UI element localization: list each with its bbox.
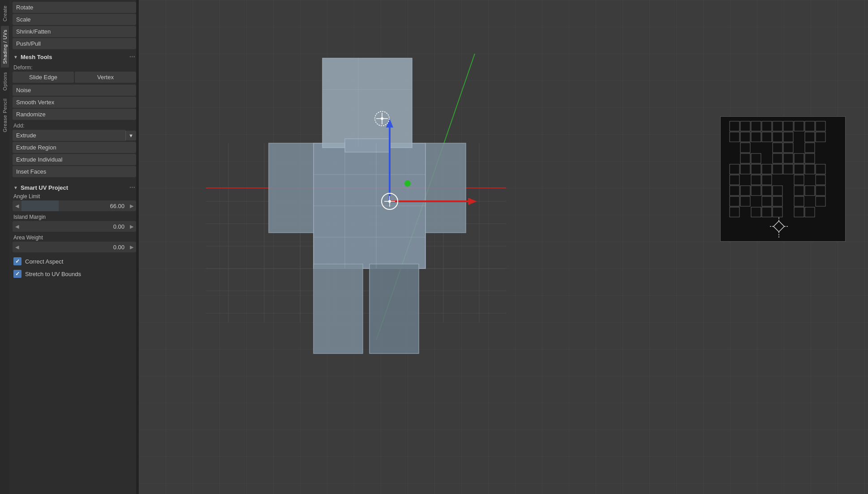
angle-limit-decrease[interactable]: ◀ — [13, 200, 21, 211]
angle-limit-increase[interactable]: ▶ — [127, 200, 136, 211]
svg-rect-90 — [794, 186, 804, 196]
extrude-button[interactable]: Extrude — [13, 130, 125, 141]
svg-rect-55 — [751, 132, 761, 142]
island-margin-field: Island Margin ◀ 0.00 ▶ — [13, 214, 136, 232]
svg-rect-51 — [805, 121, 815, 131]
area-weight-decrease[interactable]: ◀ — [13, 242, 21, 252]
tab-strip: Create Shading / UVs Options Grease Penc… — [0, 0, 10, 494]
smart-uv-header[interactable]: ▼ Smart UV Project ··· — [13, 181, 136, 193]
svg-rect-54 — [740, 132, 750, 142]
extrude-region-button[interactable]: Extrude Region — [13, 142, 136, 153]
mesh-tools-title: Mesh Tools — [21, 54, 52, 60]
angle-limit-label: Angle Limit — [13, 193, 136, 200]
stretch-to-uv-check-icon: ✓ — [15, 271, 20, 277]
svg-rect-75 — [773, 164, 782, 174]
svg-rect-23 — [370, 264, 419, 353]
area-weight-label: Area Weight — [13, 234, 136, 241]
svg-rect-61 — [740, 143, 750, 153]
svg-rect-79 — [816, 164, 825, 174]
island-margin-value: 0.00 — [21, 223, 127, 230]
svg-marker-34 — [468, 198, 477, 205]
svg-rect-77 — [794, 164, 804, 174]
svg-rect-65 — [740, 153, 750, 163]
svg-rect-78 — [805, 164, 815, 174]
svg-point-43 — [381, 117, 383, 120]
stretch-to-uv-row[interactable]: ✓ Stretch to UV Bounds — [13, 268, 136, 280]
tab-create[interactable]: Create — [1, 2, 9, 25]
svg-rect-48 — [773, 121, 782, 131]
svg-rect-46 — [751, 121, 761, 131]
stretch-to-uv-checkbox[interactable]: ✓ — [13, 270, 21, 278]
svg-rect-81 — [751, 175, 761, 185]
svg-rect-97 — [794, 196, 804, 206]
svg-rect-94 — [740, 196, 750, 206]
svg-rect-19 — [345, 139, 390, 152]
island-margin-label: Island Margin — [13, 214, 136, 220]
svg-rect-49 — [783, 121, 793, 131]
svg-rect-74 — [762, 164, 772, 174]
randomize-button[interactable]: Randomize — [13, 109, 136, 120]
scale-button[interactable]: Scale — [13, 14, 136, 25]
panel-content: Rotate Scale Shrink/Fatten Push/Pull ▼ M… — [10, 0, 139, 494]
noise-button[interactable]: Noise — [13, 85, 136, 96]
correct-aspect-checkbox[interactable]: ✓ — [13, 257, 21, 265]
svg-rect-66 — [751, 153, 761, 163]
svg-marker-105 — [773, 221, 784, 232]
area-weight-value: 0.00 — [21, 244, 127, 251]
svg-rect-104 — [805, 207, 815, 217]
svg-rect-62 — [773, 143, 782, 153]
svg-rect-45 — [740, 121, 750, 131]
smart-uv-dots: ··· — [129, 183, 135, 192]
svg-point-35 — [404, 180, 411, 187]
mesh-tools-header[interactable]: ▼ Mesh Tools ··· — [13, 50, 136, 63]
svg-rect-101 — [762, 207, 772, 217]
shrink-fatten-button[interactable]: Shrink/Fatten — [13, 26, 136, 37]
svg-rect-21 — [425, 143, 466, 233]
angle-limit-field: Angle Limit ◀ 66.00 ▶ — [13, 193, 136, 211]
svg-rect-60 — [816, 132, 825, 142]
svg-rect-20 — [269, 143, 314, 233]
island-margin-increase[interactable]: ▶ — [127, 221, 136, 232]
push-pull-button[interactable]: Push/Pull — [13, 38, 136, 49]
uv-editor-thumbnail — [720, 116, 846, 242]
svg-rect-68 — [783, 153, 793, 163]
rotate-button[interactable]: Rotate — [13, 2, 136, 13]
tab-shading-uvs[interactable]: Shading / UVs — [1, 26, 9, 68]
angle-limit-slider[interactable]: ◀ 66.00 ▶ — [13, 200, 136, 211]
correct-aspect-row[interactable]: ✓ Correct Aspect — [13, 255, 136, 268]
extrude-dropdown-arrow[interactable]: ▼ — [125, 131, 136, 141]
area-weight-slider[interactable]: ◀ 0.00 ▶ — [13, 242, 136, 252]
svg-rect-64 — [805, 143, 815, 153]
svg-rect-47 — [762, 121, 772, 131]
extrude-dropdown-row: Extrude ▼ — [13, 130, 136, 141]
svg-point-39 — [388, 200, 391, 203]
tab-grease-pencil[interactable]: Grease Pencil — [1, 95, 9, 136]
svg-rect-56 — [762, 132, 772, 142]
vertex-button[interactable]: Vertex — [75, 72, 136, 83]
inset-faces-button[interactable]: Inset Faces — [13, 166, 136, 177]
uv-grid-svg — [721, 117, 846, 242]
smooth-vertex-button[interactable]: Smooth Vertex — [13, 97, 136, 108]
svg-rect-99 — [730, 207, 739, 217]
main-viewport[interactable] — [139, 0, 868, 494]
viewport-scene — [139, 0, 868, 494]
svg-rect-50 — [794, 121, 804, 131]
svg-rect-76 — [783, 164, 793, 174]
island-margin-decrease[interactable]: ◀ — [13, 221, 21, 232]
smart-uv-section: ▼ Smart UV Project ··· Angle Limit ◀ 66.… — [13, 181, 136, 280]
svg-rect-95 — [762, 196, 772, 206]
area-weight-increase[interactable]: ▶ — [127, 242, 136, 252]
smart-uv-title: Smart UV Project — [21, 184, 68, 191]
slide-edge-button[interactable]: Slide Edge — [13, 72, 74, 83]
svg-rect-59 — [805, 132, 815, 142]
island-margin-slider[interactable]: ◀ 0.00 ▶ — [13, 221, 136, 232]
svg-rect-82 — [762, 175, 772, 185]
svg-rect-53 — [730, 132, 739, 142]
svg-rect-22 — [314, 264, 363, 353]
svg-rect-18 — [322, 58, 412, 148]
extrude-individual-button[interactable]: Extrude Individual — [13, 154, 136, 165]
area-weight-field: Area Weight ◀ 0.00 ▶ — [13, 234, 136, 252]
svg-rect-98 — [816, 196, 825, 206]
correct-aspect-label: Correct Aspect — [25, 258, 63, 265]
tab-options[interactable]: Options — [1, 68, 9, 94]
